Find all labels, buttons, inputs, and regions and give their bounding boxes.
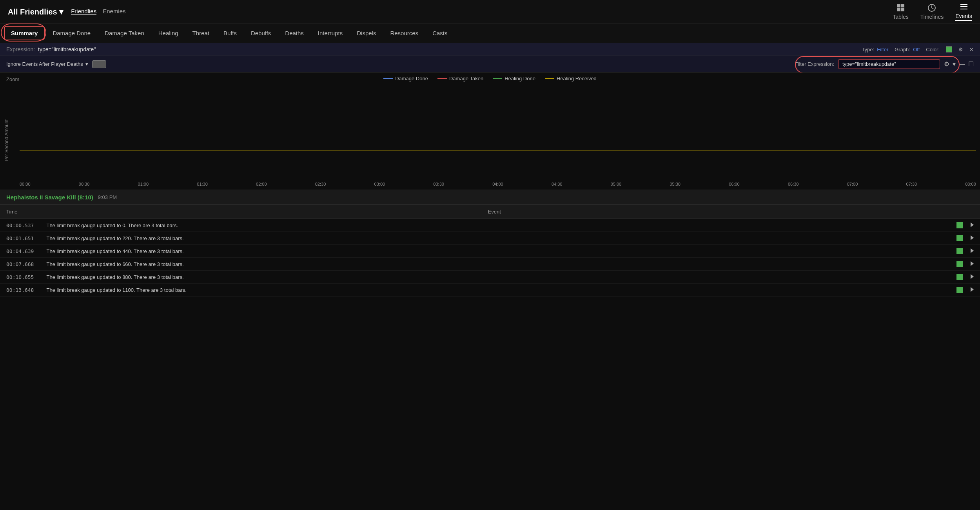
filter-expression-wrapper [838,59,940,69]
filter-expression-input[interactable] [838,59,940,69]
tick-0400: 04:00 [492,182,503,186]
tick-0230: 02:30 [315,182,326,186]
legend-healing-received-line [545,78,554,79]
legend-damage-taken-label: Damage Taken [449,76,483,81]
type-filter-link[interactable]: Filter [877,47,888,52]
y-axis-label: Per Second Amount [4,119,9,161]
svg-rect-6 [960,6,967,7]
expression-value: type="limitbreakupdate" [38,46,96,52]
event-cell: The limit break gauge updated to 220. Th… [40,232,949,245]
filter-bar-left: Ignore Events After Player Deaths ▾ [6,60,106,68]
tick-0430: 04:30 [552,182,563,186]
tab-summary[interactable]: Summary [4,26,45,40]
close-icon[interactable]: ✕ [969,47,974,52]
row-expand-icon[interactable] [971,261,974,266]
tick-0100: 01:00 [138,182,149,186]
tick-0200: 02:00 [256,182,267,186]
arrow-cell[interactable] [964,284,980,297]
all-friendlies-dropdown[interactable]: All Friendlies ▾ [8,7,63,16]
chart-legend: Damage Done Damage Taken Healing Done He… [0,72,980,85]
color-label: Color: [926,47,940,52]
tab-damage-done[interactable]: Damage Done [46,27,97,40]
tab-healing[interactable]: Healing [152,27,185,40]
color-cell [949,271,964,284]
tab-threat[interactable]: Threat [186,27,216,40]
list-icon [959,2,969,12]
header-color [949,205,964,219]
arrow-cell[interactable] [964,258,980,271]
color-square [956,222,963,228]
filter-bar-icons: ⚙ ▾ — ☐ [944,60,974,68]
svg-rect-1 [901,4,904,7]
svg-rect-0 [897,4,900,7]
time-cell: 00:00.537 [0,219,40,232]
arrow-cell[interactable] [964,271,980,284]
tick-0500: 05:00 [611,182,622,186]
row-expand-icon[interactable] [971,235,974,240]
ignore-events-label: Ignore Events After Player Deaths [6,61,83,67]
chart-x-axis: 00:00 00:30 01:00 01:30 02:00 02:30 03:0… [20,182,976,186]
color-swatch[interactable] [946,46,952,52]
nav-events[interactable]: Events [955,2,972,21]
fight-time: 9:03 PM [98,194,117,200]
gear-icon[interactable]: ⚙ [958,47,963,52]
filter-gear-icon[interactable]: ⚙ [944,60,949,68]
table-row: 00:01.651 The limit break gauge updated … [0,232,980,245]
filter-bar-right: Filter Expression: ⚙ ▾ — ☐ [795,59,974,69]
grid-icon [896,3,906,13]
tab-resources[interactable]: Resources [384,27,425,40]
svg-rect-7 [960,9,967,9]
color-square [956,235,963,241]
time-cell: 00:10.655 [0,271,40,284]
time-cell: 00:07.668 [0,258,40,271]
ignore-events-arrow-icon: ▾ [85,61,88,67]
time-cell: 00:04.639 [0,245,40,258]
tab-dispels[interactable]: Dispels [350,27,382,40]
header-time: Time [0,205,40,219]
arrow-cell[interactable] [964,232,980,245]
nav-tables[interactable]: Tables [893,3,908,20]
summary-tab-wrapper: Summary [4,26,45,40]
tick-0130: 01:30 [197,182,208,186]
header-arrow [964,205,980,219]
nav-timelines-label: Timelines [920,14,944,20]
event-cell: The limit break gauge updated to 440. Th… [40,245,949,258]
filter-minimize-icon[interactable]: — [959,61,965,68]
filter-expand-icon[interactable]: ☐ [968,60,974,68]
nav-timelines[interactable]: Timelines [920,3,944,20]
tab-deaths[interactable]: Deaths [279,27,310,40]
row-expand-icon[interactable] [971,274,974,279]
legend-damage-taken: Damage Taken [437,76,483,81]
table-row: 00:00.537 The limit break gauge updated … [0,219,980,232]
filter-friendlies[interactable]: Friendlies [71,8,96,15]
legend-healing-done: Healing Done [493,76,535,81]
row-expand-icon[interactable] [971,222,974,227]
color-square [956,274,963,280]
filter-dropdown-icon[interactable]: ▾ [953,60,956,68]
tick-0800: 08:00 [965,182,976,186]
color-cell [949,219,964,232]
events-table: Time Event 00:00.537 The limit break gau… [0,205,980,297]
tab-damage-taken[interactable]: Damage Taken [98,27,151,40]
chart-svg: 0 [20,92,976,170]
event-cell: The limit break gauge updated to 0. Ther… [40,219,949,232]
arrow-cell[interactable] [964,219,980,232]
row-expand-icon[interactable] [971,248,974,253]
graph-off-link[interactable]: Off [913,47,920,52]
time-cell: 00:01.651 [0,232,40,245]
chart-area: Damage Done Damage Taken Healing Done He… [0,72,980,190]
time-cell: 00:13.648 [0,284,40,297]
arrow-cell[interactable] [964,245,980,258]
filter-enemies[interactable]: Enemies [103,8,125,15]
tab-debuffs[interactable]: Debuffs [245,27,277,40]
table-row: 00:07.668 The limit break gauge updated … [0,258,980,271]
tick-0730: 07:30 [906,182,917,186]
tab-casts[interactable]: Casts [426,27,454,40]
ignore-events-toggle[interactable] [92,60,106,68]
tab-interrupts[interactable]: Interrupts [312,27,349,40]
row-expand-icon[interactable] [971,287,974,292]
svg-rect-5 [960,4,967,5]
header-event: Event [40,205,949,219]
ignore-events-button[interactable]: Ignore Events After Player Deaths ▾ [6,61,88,67]
tab-buffs[interactable]: Buffs [217,27,243,40]
